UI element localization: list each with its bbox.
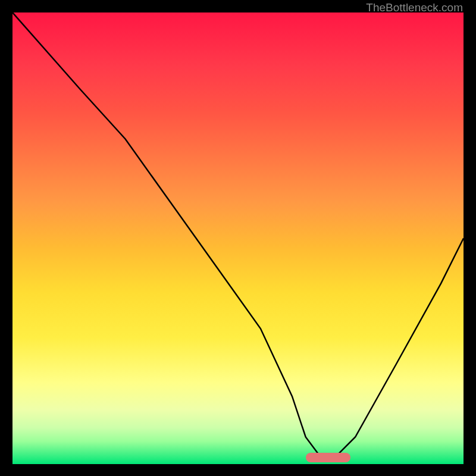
optimal-range-bar xyxy=(306,453,351,462)
bottleneck-curve xyxy=(12,12,464,464)
watermark-text: TheBottleneck.com xyxy=(366,1,463,14)
plot-area xyxy=(12,12,464,464)
